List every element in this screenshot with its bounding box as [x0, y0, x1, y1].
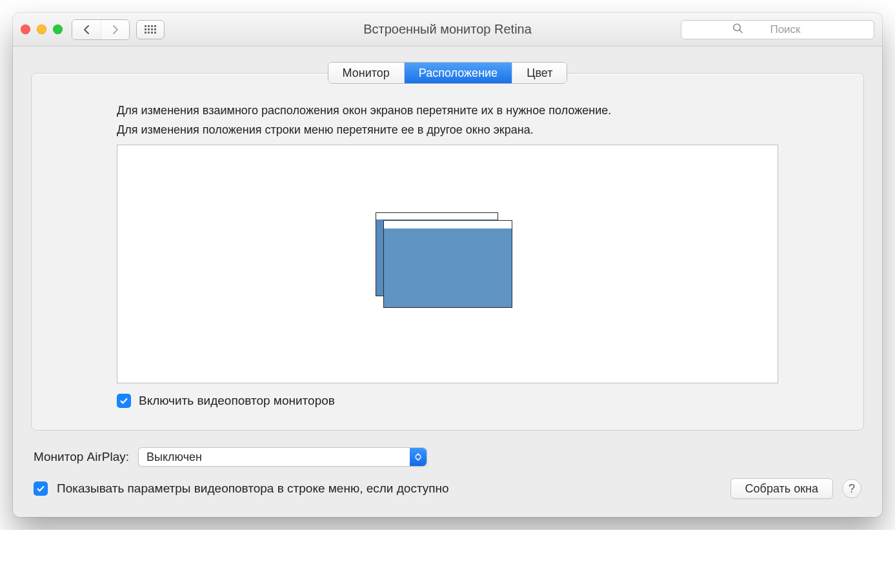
show-mirroring-checkbox[interactable] — [34, 482, 48, 496]
bottom-area: Монитор AirPlay: Выключен Показывать пар… — [31, 447, 864, 499]
instruction-line-2: Для изменения положения строки меню пере… — [117, 121, 778, 138]
help-button[interactable]: ? — [842, 479, 861, 498]
show-mirroring-label: Показывать параметры видеоповтора в стро… — [57, 482, 449, 496]
checkmark-icon — [119, 396, 128, 405]
mirror-label: Включить видеоповтор мониторов — [139, 394, 335, 408]
display-1[interactable] — [383, 220, 512, 308]
footer-right: Собрать окна ? — [730, 478, 861, 499]
gather-windows-button[interactable]: Собрать окна — [730, 478, 833, 499]
tabs: Монитор Расположение Цвет — [328, 62, 568, 84]
airplay-row: Монитор AirPlay: Выключен — [34, 447, 861, 467]
preferences-window: Встроенный монитор Retina Монитор Распол… — [13, 13, 882, 517]
tab-color[interactable]: Цвет — [512, 63, 567, 83]
tab-arrangement[interactable]: Расположение — [404, 63, 512, 83]
chevron-down-icon — [415, 457, 421, 461]
body: Монитор Расположение Цвет Для изменения … — [13, 46, 882, 517]
menubar-icon — [376, 213, 498, 219]
footer-row: Показывать параметры видеоповтора в стро… — [34, 478, 861, 499]
titlebar: Встроенный монитор Retina — [13, 13, 882, 46]
display-area — [384, 228, 512, 307]
tabs-wrap: Монитор Расположение Цвет — [31, 62, 864, 84]
arrangement-area[interactable] — [117, 145, 778, 383]
menubar-icon[interactable] — [384, 221, 512, 228]
airplay-selected: Выключен — [146, 451, 202, 464]
airplay-select[interactable]: Выключен — [138, 447, 427, 467]
search-wrap — [681, 20, 874, 39]
mirror-row: Включить видеоповтор мониторов — [117, 394, 778, 408]
instruction-line-1: Для изменения взаимного расположения око… — [117, 102, 778, 119]
tab-monitor[interactable]: Монитор — [328, 63, 404, 83]
airplay-label: Монитор AirPlay: — [34, 450, 129, 464]
display-layout — [383, 220, 512, 308]
checkmark-icon — [36, 484, 45, 493]
arrangement-panel: Для изменения взаимного расположения око… — [31, 73, 864, 431]
mirror-checkbox[interactable] — [117, 394, 131, 408]
select-stepper-icon — [410, 448, 427, 466]
search-input[interactable] — [681, 20, 874, 39]
show-mirroring-row: Показывать параметры видеоповтора в стро… — [34, 482, 449, 496]
